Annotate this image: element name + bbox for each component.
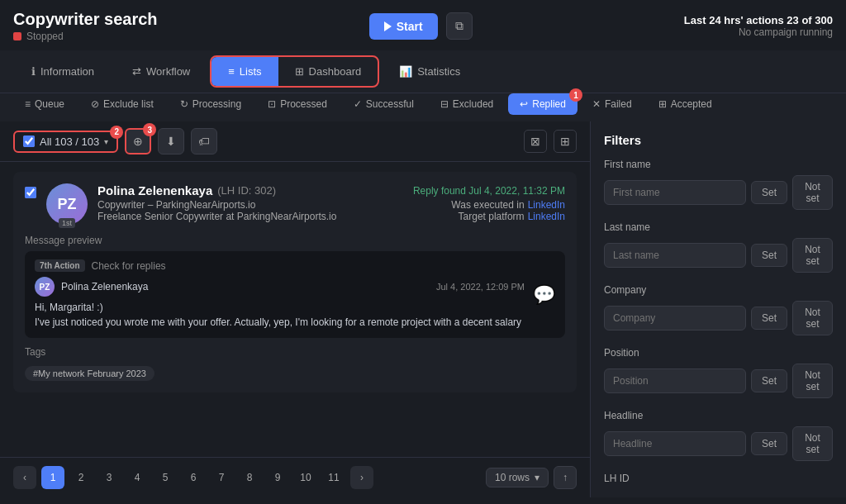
page-6-button[interactable]: 6	[182, 466, 205, 489]
lists-icon: ≡	[228, 65, 235, 78]
status-dot	[13, 32, 21, 40]
info-icon: ℹ	[31, 65, 36, 78]
tab-statistics-label: Statistics	[417, 65, 460, 78]
msg-body-line1: Hi, Margarita! :)	[35, 300, 525, 315]
dashboard-icon: ⊞	[295, 65, 304, 78]
filter-headline-not-set[interactable]: Not set	[792, 426, 833, 461]
tab-information[interactable]: ℹ Information	[13, 50, 112, 93]
select-all-label: All 103 / 103	[40, 136, 99, 148]
filter-company-set[interactable]: Set	[751, 307, 787, 330]
copy-button[interactable]: ⧉	[446, 12, 473, 40]
filter-firstname-row: Set Not set	[604, 175, 833, 210]
contact-name-row: Polina Zelenenkaya (LH ID: 302) Reply fo…	[97, 183, 565, 197]
header-center: Start ⧉	[369, 12, 473, 40]
subtab-excluded[interactable]: ⊟ Excluded	[429, 93, 505, 115]
page-9-button[interactable]: 9	[266, 466, 289, 489]
tag-button[interactable]: 🏷	[191, 128, 217, 155]
filter-firstname-not-set[interactable]: Not set	[792, 175, 833, 210]
add-to-list-button[interactable]: ⊕ 3	[125, 128, 151, 155]
rows-per-page-select[interactable]: 10 rows ▾	[486, 468, 549, 487]
subtab-processing[interactable]: ↻ Processing	[169, 93, 253, 115]
tab-lists-label: Lists	[240, 65, 262, 78]
msg-sender-name: Polina Zelenenkaya	[61, 281, 148, 292]
page-10-button[interactable]: 10	[294, 466, 317, 489]
filter-firstname-set[interactable]: Set	[751, 181, 787, 204]
subtab-processing-label: Processing	[192, 98, 241, 110]
tab-information-label: Information	[40, 65, 94, 78]
subtab-failed[interactable]: ✕ Failed	[581, 93, 644, 115]
subtab-replied[interactable]: ↩ Replied 1	[508, 93, 577, 115]
subtab-successful-label: Successful	[366, 98, 414, 110]
chevron-down-icon: ▾	[104, 137, 108, 146]
page-11-button[interactable]: 11	[322, 466, 345, 489]
filter-lastname-row: Set Not set	[604, 238, 833, 273]
header-right: Last 24 hrs' actions 23 of 300 No campai…	[684, 14, 833, 38]
subtab-processed[interactable]: ⊡ Processed	[256, 93, 339, 115]
page-3-button[interactable]: 3	[97, 466, 121, 489]
contact-checkbox[interactable]	[25, 187, 36, 198]
filter-lastname-not-set[interactable]: Not set	[792, 238, 833, 273]
page-7-button[interactable]: 7	[210, 466, 233, 489]
tab-lists[interactable]: ≡ Lists	[212, 57, 278, 86]
page-prev-button[interactable]: ‹	[13, 466, 36, 489]
scroll-to-top-button[interactable]: ↑	[554, 466, 577, 489]
select-all-checkbox[interactable]	[23, 136, 35, 147]
status-text: Stopped	[26, 31, 64, 42]
tabs-outline-group: ≡ Lists ⊞ Dashboard	[210, 55, 379, 88]
filter-company-row: Set Not set	[604, 301, 833, 335]
grid-view-btn[interactable]: ⊞	[554, 130, 577, 153]
subtabs-row: ≡ Queue ⊘ Exclude list ↻ Processing ⊡ Pr…	[0, 93, 846, 121]
page-next-button[interactable]: ›	[350, 466, 373, 489]
successful-icon: ✓	[354, 98, 362, 110]
tab-statistics[interactable]: 📊 Statistics	[381, 50, 478, 93]
subtab-queue[interactable]: ≡ Queue	[13, 93, 76, 115]
filters-sidebar: Filters First name Set Not set Last name…	[590, 121, 846, 497]
exclude-icon: ⊘	[91, 98, 99, 110]
badge-3: 3	[143, 123, 156, 136]
download-icon: ⬇	[166, 135, 176, 148]
filter-position-set[interactable]: Set	[751, 369, 787, 392]
filter-company-not-set[interactable]: Not set	[792, 301, 833, 335]
filter-position-input[interactable]	[604, 368, 746, 393]
page-1-button[interactable]: 1	[41, 466, 64, 489]
filter-group-headline: Headline Set Not set	[604, 410, 833, 461]
badge-2: 2	[110, 126, 123, 139]
filter-lastname-label: Last name	[604, 221, 833, 233]
tags-section: Tags #My network February 2023	[25, 346, 565, 381]
select-all-control[interactable]: All 103 / 103 ▾ 2	[13, 131, 118, 153]
filter-lastname-set[interactable]: Set	[751, 244, 787, 267]
filter-company-input[interactable]	[604, 306, 746, 330]
message-preview-box: 7th Action Check for replies PZ Polina Z…	[25, 251, 565, 338]
filter-firstname-input[interactable]	[604, 180, 746, 205]
subtab-exclude[interactable]: ⊘ Exclude list	[79, 93, 165, 115]
subtab-successful[interactable]: ✓ Successful	[342, 93, 425, 115]
page-2-button[interactable]: 2	[69, 466, 93, 489]
download-button[interactable]: ⬇	[158, 128, 184, 155]
filters-title: Filters	[604, 133, 833, 147]
contact-platform-link[interactable]: LinkedIn	[528, 199, 565, 211]
page-8-button[interactable]: 8	[238, 466, 261, 489]
filter-lastname-input[interactable]	[604, 243, 746, 268]
page-5-button[interactable]: 5	[154, 466, 177, 489]
tag-chip[interactable]: #My network February 2023	[25, 366, 154, 381]
tab-workflow[interactable]: ⇄ Workflow	[114, 50, 208, 93]
msg-sender-row: PZ Polina Zelenenkaya Jul 4, 2022, 12:09…	[35, 277, 525, 297]
target-label: Target platform	[459, 211, 525, 222]
start-button[interactable]: Start	[369, 13, 438, 40]
header: Copywriter search Stopped Start ⧉ Last 2…	[0, 0, 846, 50]
filter-view-btn[interactable]: ⊠	[524, 130, 547, 153]
executed-in-label: Was executed in	[451, 199, 524, 211]
filter-position-not-set[interactable]: Not set	[792, 364, 833, 398]
msg-preview-content: 7th Action Check for replies PZ Polina Z…	[35, 259, 525, 330]
contact-target-row: Target platform LinkedIn	[459, 211, 565, 222]
contact-target-platform[interactable]: LinkedIn	[528, 211, 565, 222]
page-4-button[interactable]: 4	[126, 466, 149, 489]
msg-body-line2: I've just noticed you wrote me with your…	[35, 315, 525, 330]
rows-chevron-icon: ▾	[535, 472, 539, 483]
tab-dashboard[interactable]: ⊞ Dashboard	[278, 57, 378, 86]
filter-headline-input[interactable]	[604, 431, 746, 456]
subtab-accepted[interactable]: ⊞ Accepted	[647, 93, 724, 115]
subtab-queue-label: Queue	[35, 98, 64, 110]
filter-headline-set[interactable]: Set	[751, 432, 787, 455]
queue-icon: ≡	[25, 98, 31, 110]
